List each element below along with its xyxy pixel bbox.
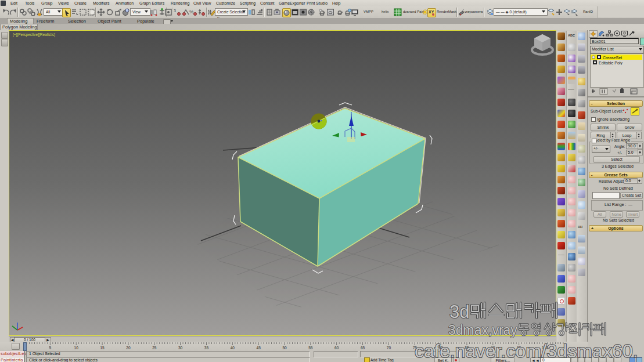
svg-text:15: 15 bbox=[100, 346, 105, 350]
svg-text:25: 25 bbox=[152, 346, 157, 350]
svg-text:65: 65 bbox=[361, 346, 365, 350]
svg-text:45: 45 bbox=[257, 346, 261, 350]
svg-text:40: 40 bbox=[231, 346, 235, 350]
svg-text:70: 70 bbox=[387, 346, 391, 350]
svg-text:90: 90 bbox=[491, 346, 495, 350]
svg-text:95: 95 bbox=[517, 346, 521, 350]
svg-text:80: 80 bbox=[438, 346, 443, 350]
svg-text:%: % bbox=[189, 9, 193, 15]
svg-text:20: 20 bbox=[126, 346, 131, 350]
svg-text:[+][Perspective][Realistic]: [+][Perspective][Realistic] bbox=[13, 32, 55, 37]
svg-text:5: 5 bbox=[49, 346, 52, 350]
svg-text:Editable Poly: Editable Poly bbox=[599, 61, 623, 66]
svg-text:50: 50 bbox=[282, 346, 287, 350]
svg-text:CreaseSet: CreaseSet bbox=[603, 56, 622, 60]
svg-text:3: 3 bbox=[174, 9, 176, 13]
svg-text:XY: XY bbox=[429, 10, 434, 14]
svg-text:10: 10 bbox=[74, 346, 79, 350]
svg-text:55: 55 bbox=[308, 346, 313, 350]
svg-text:75: 75 bbox=[413, 346, 418, 350]
svg-text:60: 60 bbox=[334, 346, 339, 350]
svg-text:85: 85 bbox=[465, 346, 469, 350]
svg-text:100: 100 bbox=[542, 346, 548, 350]
svg-text:30: 30 bbox=[178, 346, 183, 350]
svg-text:35: 35 bbox=[204, 346, 209, 350]
